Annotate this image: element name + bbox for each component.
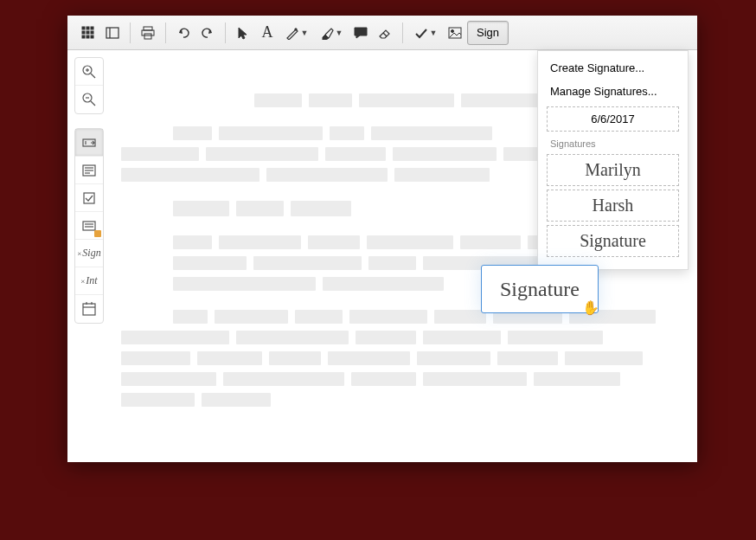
svg-line-22 <box>91 101 95 106</box>
svg-rect-3 <box>82 31 85 34</box>
svg-rect-1 <box>86 27 89 29</box>
chevron-down-icon: ▼ <box>301 29 309 37</box>
dragged-signature-text: Signature <box>500 278 580 301</box>
undo-icon[interactable] <box>171 21 195 45</box>
svg-line-18 <box>91 74 95 78</box>
redo-icon[interactable] <box>195 21 220 45</box>
svg-rect-34 <box>83 304 95 315</box>
signature-option-2[interactable]: Harsh <box>547 190 679 222</box>
manage-signatures-item[interactable]: Manage Signatures... <box>538 80 688 103</box>
dragged-signature[interactable]: Signature ✋ <box>481 265 599 313</box>
locked-field-tool[interactable] <box>75 212 103 240</box>
signature-option-3[interactable]: Signature <box>547 225 679 257</box>
svg-rect-2 <box>91 27 93 29</box>
insert-date-item[interactable]: 6/6/2017 <box>547 106 679 132</box>
svg-rect-4 <box>86 31 89 34</box>
stamp-tool-icon[interactable]: ▼ <box>408 21 443 45</box>
text-field-tool[interactable] <box>75 129 103 157</box>
toolbar-divider <box>165 22 166 43</box>
initials-field-tool[interactable]: ×Int <box>75 267 103 295</box>
svg-rect-5 <box>91 31 93 34</box>
side-panel: ×Sign ×Int <box>67 50 104 462</box>
svg-rect-12 <box>142 30 154 35</box>
toolbar-divider <box>130 22 131 43</box>
highlight-tool-icon[interactable]: ▼ <box>314 21 349 45</box>
svg-rect-8 <box>91 35 93 38</box>
draw-tool-icon[interactable]: ▼ <box>279 21 314 45</box>
document-page[interactable]: Create Signature... Manage Signatures...… <box>104 50 697 462</box>
signature-field-tool[interactable]: ×Sign <box>75 240 103 267</box>
image-tool-icon[interactable] <box>443 21 467 45</box>
svg-rect-7 <box>86 35 89 38</box>
signature-option-1[interactable]: Marilyn <box>547 154 679 186</box>
chevron-down-icon: ▼ <box>336 29 343 37</box>
lock-icon <box>94 230 101 237</box>
svg-rect-31 <box>83 222 95 230</box>
signatures-section-label: Signatures <box>538 135 688 151</box>
svg-rect-11 <box>144 27 152 30</box>
main-toolbar: A ▼ ▼ ▼ Sign <box>67 16 697 50</box>
svg-rect-6 <box>82 35 85 38</box>
svg-rect-30 <box>84 193 94 203</box>
svg-rect-13 <box>144 34 151 39</box>
svg-rect-9 <box>106 28 119 38</box>
eraser-icon[interactable] <box>373 21 397 45</box>
zoom-in-button[interactable] <box>75 58 103 86</box>
tools-group: ×Sign ×Int <box>74 128 104 324</box>
panel-toggle-icon[interactable] <box>100 21 125 45</box>
print-icon[interactable] <box>136 21 160 45</box>
zoom-group <box>74 57 104 114</box>
toolbar-divider <box>402 22 403 43</box>
zoom-out-button[interactable] <box>75 86 103 113</box>
sign-dropdown: Create Signature... Manage Signatures...… <box>537 50 689 270</box>
content-area: ×Sign ×Int <box>67 50 697 462</box>
comment-icon[interactable] <box>349 21 373 45</box>
svg-marker-14 <box>239 28 247 39</box>
date-field-tool[interactable] <box>75 295 103 323</box>
create-signature-item[interactable]: Create Signature... <box>538 56 688 80</box>
toolbar-divider <box>225 22 226 43</box>
svg-rect-0 <box>82 27 85 29</box>
grab-cursor-icon: ✋ <box>582 299 599 316</box>
checkbox-tool[interactable] <box>75 184 103 212</box>
svg-point-16 <box>452 29 454 32</box>
chevron-down-icon: ▼ <box>430 29 438 37</box>
sign-button-label: Sign <box>477 26 499 39</box>
select-arrow-icon[interactable] <box>231 21 255 45</box>
text-area-tool[interactable] <box>75 157 103 184</box>
text-tool-icon[interactable]: A <box>255 21 279 45</box>
sign-button[interactable]: Sign <box>467 21 509 45</box>
app-window: A ▼ ▼ ▼ Sign <box>67 16 697 462</box>
thumbnails-grid-icon[interactable] <box>76 21 100 45</box>
